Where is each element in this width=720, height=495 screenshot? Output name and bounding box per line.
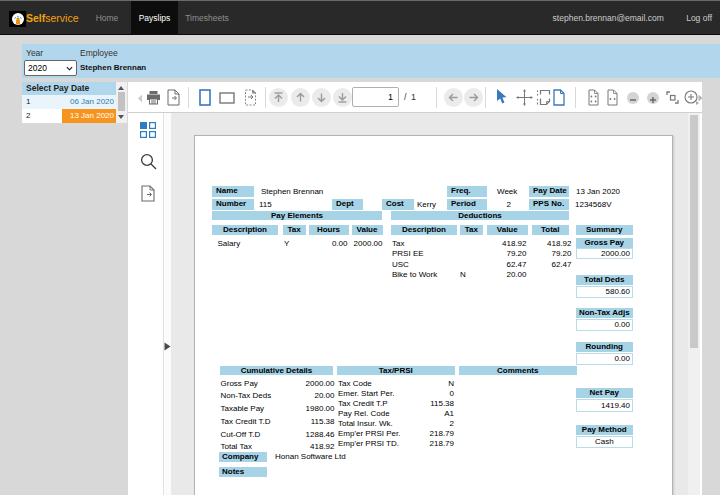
de-row-desc: PRSI EE	[392, 249, 424, 259]
field-paydate-value: 13 Jan 2020	[576, 187, 620, 197]
tax-prsi-title: Tax/PRSI	[337, 366, 455, 375]
de-row-value: 20.00	[487, 270, 527, 280]
pay-date-panel-title: Select Pay Date	[22, 82, 116, 95]
taxprsi-row-label: Emer. Start Per.	[338, 389, 394, 399]
export-button[interactable]	[167, 89, 180, 106]
field-number-value: 115	[259, 200, 272, 210]
summary-non-tax-adjs-value: 0.00	[576, 319, 634, 331]
scroll-up-icon[interactable]	[118, 86, 124, 90]
sidebar-expand-icon[interactable]	[164, 342, 171, 351]
pay-date-row-2-date[interactable]: 13 Jan 2020	[62, 109, 116, 123]
viewer-scrollbar-thumb[interactable]	[690, 115, 698, 348]
year-select-value: 2020	[28, 63, 47, 73]
last-page-button[interactable]	[333, 88, 352, 107]
year-label: Year	[26, 48, 43, 58]
landscape-layout-button[interactable]	[219, 92, 235, 104]
viewer-scrollbar[interactable]	[688, 113, 700, 495]
first-page-icon	[269, 88, 288, 107]
fit-width-button[interactable]	[607, 89, 618, 106]
zoom-selection-button[interactable]	[666, 91, 679, 104]
cum-row-value: 115.38	[285, 417, 335, 427]
filter-bar: Year Employee 2020 Stephen Brennan	[22, 44, 720, 78]
previous-page-icon	[291, 88, 310, 107]
de-row-tax: N	[460, 270, 466, 280]
pe-col-description: Description	[212, 225, 278, 235]
cum-row-label: Taxable Pay	[221, 404, 265, 414]
cumulative-title: Cumulative Details	[220, 366, 333, 375]
summary-net-pay-label: Net Pay	[576, 388, 634, 398]
page-setup-button[interactable]	[243, 89, 257, 106]
pay-date-scrollbar[interactable]	[116, 82, 127, 123]
de-col-value: Value	[487, 225, 528, 235]
pe-row-tax: Y	[284, 239, 289, 249]
top-navigation-bar: Selfservice Home Payslips Timesheets ste…	[0, 0, 720, 35]
select-tool-button[interactable]	[495, 88, 508, 106]
taxprsi-row-label: Tax Credit T.P	[338, 399, 388, 409]
pay-date-scrollbar-thumb[interactable]	[118, 92, 125, 111]
cum-row-value: 2000.00	[285, 379, 335, 389]
viewer-sidebar	[128, 113, 164, 495]
field-cost-value: Kerry	[417, 200, 436, 210]
scroll-down-icon[interactable]	[118, 115, 124, 119]
field-name-label: Name	[212, 186, 254, 197]
logoff-link[interactable]: Log off	[686, 13, 712, 23]
page-count-separator: /	[404, 92, 407, 102]
chevron-down-icon	[66, 65, 73, 72]
export-page-button[interactable]	[141, 185, 155, 202]
field-pps-label: PPS No.	[529, 199, 569, 210]
pay-date-row-2[interactable]: 2 13 Jan 2020	[22, 109, 116, 123]
page-number-input[interactable]: 1	[352, 87, 399, 107]
first-page-button[interactable]	[269, 88, 288, 107]
field-number-label: Number	[212, 199, 254, 210]
back-button[interactable]	[444, 88, 463, 107]
taxprsi-row-value: 218.79	[404, 439, 454, 449]
nav-payslips[interactable]: Payslips	[131, 1, 178, 35]
summary-title: Summary	[576, 225, 634, 235]
field-cost-label: Cost	[382, 199, 414, 210]
toolbar-separator	[575, 87, 576, 108]
pe-row-hours: 0.00	[308, 239, 348, 249]
toolbar-scroll-left-icon[interactable]	[137, 94, 143, 103]
app-title-bold: Self	[26, 12, 45, 24]
thumbnails-button[interactable]	[139, 121, 157, 139]
app-title-rest: service	[45, 12, 78, 24]
pan-tool-button[interactable]	[516, 89, 533, 106]
fit-page-button[interactable]	[588, 89, 599, 106]
app-logo	[9, 11, 26, 27]
search-button[interactable]	[140, 153, 157, 170]
cum-row-value: 20.00	[285, 391, 335, 401]
next-page-icon	[312, 88, 331, 107]
taxprsi-row-value: 2	[404, 419, 454, 429]
pe-col-value: Value	[352, 225, 383, 235]
nav-timesheets[interactable]: Timesheets	[180, 1, 234, 35]
toolbar-scroll-right-icon[interactable]	[698, 94, 703, 102]
summary-gross-pay-label: Gross Pay	[576, 238, 634, 248]
single-page-view-button[interactable]	[553, 89, 565, 106]
cum-row-label: Gross Pay	[221, 379, 258, 389]
zoom-out-button[interactable]	[627, 92, 639, 104]
field-freq-value: Week	[497, 187, 517, 197]
print-button[interactable]	[146, 90, 161, 105]
toolbar-separator	[436, 87, 437, 108]
portrait-layout-button[interactable]	[199, 89, 211, 106]
year-select[interactable]: 2020	[24, 60, 77, 76]
previous-page-button[interactable]	[291, 88, 310, 107]
field-name-value: Stephen Brennan	[261, 187, 323, 197]
summary-total-deds-label: Total Deds	[576, 275, 634, 285]
de-col-total: Total	[532, 225, 570, 235]
cum-row-value: 418.92	[285, 442, 335, 452]
pay-date-row-1[interactable]: 1 06 Jan 2020	[22, 95, 116, 109]
pay-date-row-1-date[interactable]: 06 Jan 2020	[62, 95, 116, 109]
nav-home[interactable]: Home	[88, 1, 126, 35]
continuous-scroll-button[interactable]	[536, 89, 551, 106]
de-row-total: 418.92	[532, 239, 572, 249]
company-label: Company	[219, 452, 267, 463]
forward-button[interactable]	[464, 88, 483, 107]
pay-date-row-1-number: 1	[26, 95, 30, 109]
zoom-in-button[interactable]	[647, 92, 659, 104]
taxprsi-row-value: 218.79	[404, 429, 454, 439]
deductions-title: Deductions	[391, 211, 569, 220]
next-page-button[interactable]	[312, 88, 331, 107]
de-row-desc: USC	[392, 260, 409, 270]
de-row-total: 79.20	[532, 249, 572, 259]
